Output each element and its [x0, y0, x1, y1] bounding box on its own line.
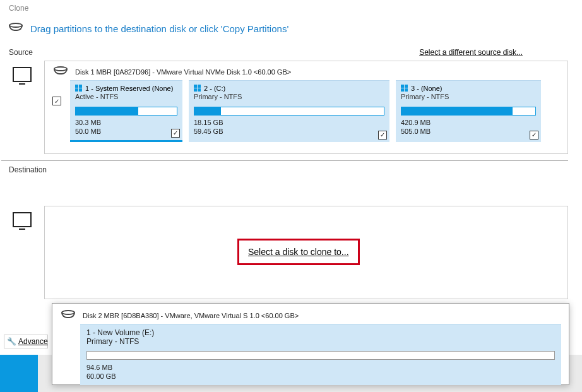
- monitor-icon: [13, 67, 32, 82]
- advanced-options-button[interactable]: Advance: [4, 335, 48, 348]
- popup-partition-card[interactable]: 1 - New Volume (E:) Primary - NTFS 94.6 …: [80, 324, 561, 385]
- decorative-left-strip: [0, 355, 38, 392]
- divider: [1, 160, 568, 161]
- windows-logo-icon: [401, 85, 408, 92]
- partition-subtitle: Active - NTFS: [75, 93, 177, 100]
- destination-label: Destination: [9, 165, 47, 174]
- popup-partition-title: 1 - New Volume (E:): [86, 328, 555, 337]
- destination-disk-popup[interactable]: Disk 2 MBR [6D8BA380] - VMware, VMware V…: [52, 303, 569, 385]
- usage-bar: [75, 107, 177, 116]
- partition-stats: 18.15 GB 59.45 GB: [194, 118, 384, 136]
- partition-card[interactable]: 2 - (C:) Primary - NTFS 18.15 GB 59.45 G…: [189, 80, 389, 142]
- instruction-text: Drag partitions to the destination disk …: [30, 23, 288, 34]
- different-source-link[interactable]: Select a different source disk...: [419, 48, 523, 57]
- disk-icon: [52, 66, 69, 78]
- popup-disk-header: Disk 2 MBR [6D8BA380] - VMware, VMware V…: [52, 304, 569, 324]
- advanced-label: Advance: [18, 337, 48, 346]
- partition-checkbox[interactable]: ✓: [52, 97, 61, 105]
- instruction-row: Drag partitions to the destination disk …: [8, 23, 288, 34]
- source-disk-panel: Disk 1 MBR [0A827D96] - VMware Virtual N…: [44, 61, 568, 154]
- partition-include-checkbox[interactable]: ✓: [378, 131, 387, 140]
- partition-subtitle: Primary - NTFS: [401, 93, 536, 100]
- partitions-row: ✓ 1 - System Reserved (None) Active - NT…: [45, 80, 567, 148]
- partition-title: 3 - (None): [411, 85, 442, 92]
- usage-bar: [86, 351, 555, 360]
- popup-partition-subtitle: Primary - NTFS: [86, 337, 555, 346]
- select-destination-callout: Select a disk to clone to...: [237, 239, 360, 265]
- partition-stats: 420.9 MB 505.0 MB: [401, 118, 536, 136]
- usage-bar: [401, 107, 536, 116]
- partition-title: 1 - System Reserved (None): [85, 85, 173, 92]
- partition-subtitle: Primary - NTFS: [194, 93, 384, 100]
- partition-stats: 30.3 MB 50.0 MB: [75, 118, 177, 136]
- windows-logo-icon: [75, 85, 83, 92]
- disk-icon: [60, 310, 76, 321]
- window-title: Clone: [9, 4, 28, 13]
- popup-disk-title: Disk 2 MBR [6D8BA380] - VMware, VMware V…: [83, 312, 299, 319]
- wrench-icon: [7, 337, 16, 346]
- popup-partition-stats: 94.6 MB 60.00 GB: [86, 363, 555, 381]
- partition-include-checkbox[interactable]: ✓: [171, 129, 180, 138]
- partition-title: 2 - (C:): [204, 85, 225, 92]
- select-destination-link[interactable]: Select a disk to clone to...: [248, 247, 349, 257]
- monitor-icon: [13, 212, 32, 227]
- windows-logo-icon: [194, 85, 201, 92]
- disk-icon: [8, 23, 24, 34]
- partition-card[interactable]: 1 - System Reserved (None) Active - NTFS…: [70, 80, 182, 142]
- partition-card[interactable]: 3 - (None) Primary - NTFS 420.9 MB 505.0…: [396, 80, 541, 142]
- partition-include-checkbox[interactable]: ✓: [530, 131, 538, 140]
- source-disk-header: Disk 1 MBR [0A827D96] - VMware Virtual N…: [45, 61, 567, 80]
- source-label: Source: [9, 48, 33, 57]
- usage-bar: [194, 107, 384, 116]
- source-disk-title: Disk 1 MBR [0A827D96] - VMware Virtual N…: [75, 68, 291, 76]
